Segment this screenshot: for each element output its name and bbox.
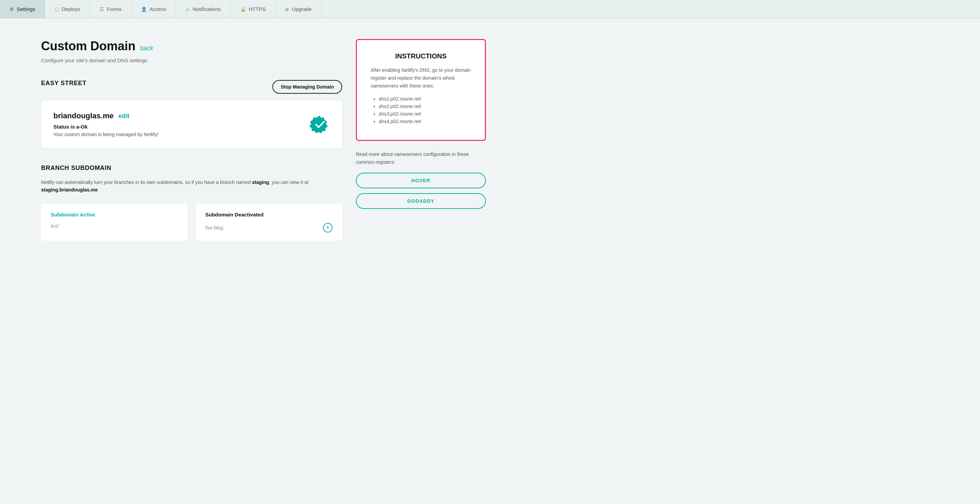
- dns-server-1: dns1.p02.nsone.net: [379, 96, 471, 101]
- nav-label-forms: Forms: [107, 6, 121, 12]
- notifications-icon: ⚠: [185, 6, 190, 12]
- nav-label-notifications: Notifications: [192, 6, 221, 12]
- https-icon: 🔒: [240, 6, 246, 12]
- nav-item-deploys[interactable]: ⬡ Deploys: [45, 0, 90, 18]
- subdomain-active-input[interactable]: [51, 223, 178, 229]
- stop-managing-button[interactable]: Stop Managing Domain: [272, 80, 342, 94]
- branch-subdomain-title: BRANCH SUBDOMAIN: [41, 165, 342, 172]
- nav-label-deploys: Deploys: [62, 6, 80, 12]
- nav-label-settings: Settings: [17, 6, 35, 12]
- nav-item-upgrade[interactable]: ⊕ Upgrade: [275, 0, 321, 18]
- add-subdomain-button[interactable]: +: [323, 223, 332, 233]
- dns-server-4: dns4.p02.nsone.net: [379, 119, 471, 124]
- branch-columns: Subdomain Active Subdomain Deactivated +: [41, 203, 342, 241]
- nav-item-access[interactable]: 👤 Access: [131, 0, 176, 18]
- nav-item-forms[interactable]: ☰ Forms: [90, 0, 131, 18]
- godaddy-button[interactable]: GODADDY: [356, 193, 486, 209]
- verified-badge-icon: [309, 114, 330, 135]
- instructions-body-text: After enabling Netlify's DNS, go to your…: [371, 67, 471, 90]
- deploys-icon: ⬡: [55, 6, 59, 12]
- subdomain-active-title: Subdomain Active: [51, 212, 178, 217]
- branch-subdomain-desc: Netlify can automatically turn your bran…: [41, 179, 342, 194]
- subdomain-deactivated-title: Subdomain Deactivated: [205, 212, 332, 217]
- page-subtitle: Configure your site's domain and DNS set…: [41, 57, 342, 63]
- back-link[interactable]: back: [140, 45, 153, 52]
- nav-item-notifications[interactable]: ⚠ Notifications: [176, 0, 231, 18]
- settings-icon: ⚙: [10, 6, 14, 12]
- easy-street-title: EASY STREET: [41, 80, 87, 87]
- dns-server-2: dns2.p02.nsone.net: [379, 104, 471, 109]
- domain-card: briandouglas.me edit Status is a-Ok Your…: [41, 100, 342, 148]
- sidebar-area: INSTRUCTIONS After enabling Netlify's DN…: [356, 39, 486, 241]
- nav-label-upgrade: Upgrade: [292, 6, 312, 12]
- domain-card-left: briandouglas.me edit Status is a-Ok Your…: [53, 111, 158, 137]
- domain-name-row: briandouglas.me edit: [53, 111, 158, 120]
- nav-label-access: Access: [150, 6, 166, 12]
- instructions-title: INSTRUCTIONS: [371, 52, 471, 60]
- nav-item-https[interactable]: 🔒 HTTPS: [231, 0, 275, 18]
- nav-item-settings[interactable]: ⚙ Settings: [0, 0, 45, 18]
- subdomain-deactivated-row: +: [205, 223, 332, 233]
- access-icon: 👤: [141, 6, 147, 12]
- easy-street-header: EASY STREET Stop Managing Domain: [41, 80, 342, 94]
- domain-name: briandouglas.me: [53, 111, 114, 120]
- upgrade-icon: ⊕: [285, 6, 289, 12]
- status-description: Your custom domain is being managed by N…: [53, 132, 158, 137]
- dns-servers-list: dns1.p02.nsone.net dns2.p02.nsone.net dn…: [371, 96, 471, 124]
- read-more-text: Read more about nameservers configuratio…: [356, 151, 486, 166]
- dns-server-3: dns3.p02.nsone.net: [379, 111, 471, 117]
- top-navigation: ⚙ Settings ⬡ Deploys ☰ Forms 👤 Access ⚠ …: [0, 0, 980, 19]
- main-content: Custom Domain back Configure your site's…: [41, 39, 342, 241]
- subdomain-deactivated-col: Subdomain Deactivated +: [196, 203, 342, 241]
- page-title: Custom Domain: [41, 39, 135, 53]
- forms-icon: ☰: [100, 6, 104, 12]
- page-title-row: Custom Domain back: [41, 39, 342, 53]
- subdomain-active-col: Subdomain Active: [41, 203, 188, 241]
- instructions-panel: INSTRUCTIONS After enabling Netlify's DN…: [356, 39, 486, 141]
- domain-edit-link[interactable]: edit: [118, 113, 129, 120]
- nav-label-https: HTTPS: [249, 6, 266, 12]
- subdomain-deactivated-input[interactable]: [205, 225, 323, 230]
- hover-button[interactable]: HOVER: [356, 173, 486, 189]
- status-label: Status is a-Ok: [53, 124, 158, 130]
